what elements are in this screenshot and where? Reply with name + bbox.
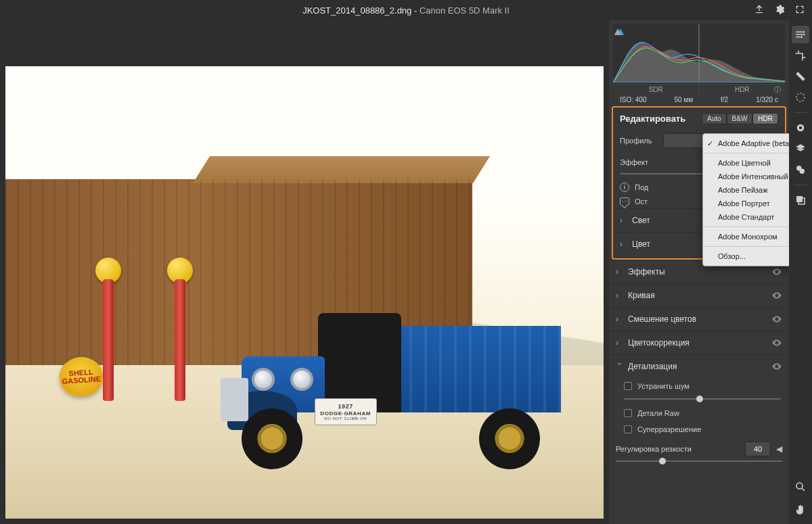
- raw-details-checkbox[interactable]: Детали Raw: [609, 405, 789, 421]
- accordion-colormix[interactable]: ›Смешение цветов: [609, 307, 789, 331]
- eye-icon[interactable]: [771, 290, 782, 301]
- sharpen-slider[interactable]: [616, 460, 782, 462]
- profile-label: Профиль: [620, 137, 658, 145]
- histogram-info-icon[interactable]: ⓘ: [774, 85, 781, 95]
- layers-icon[interactable]: [792, 140, 809, 158]
- hdr-zone[interactable]: HDR ⓘ: [699, 85, 786, 95]
- svg-point-5: [803, 31, 805, 33]
- hdr-button[interactable]: HDR: [752, 113, 778, 124]
- svg-rect-12: [796, 196, 803, 202]
- fullscreen-icon[interactable]: [794, 4, 805, 17]
- eye-icon[interactable]: [771, 361, 782, 372]
- profile-dropdown-menu: Adobe Adaptive (beta) Adobe Цветной Adob…: [702, 133, 789, 266]
- auto-button[interactable]: Auto: [702, 113, 727, 124]
- accordion-curve[interactable]: ›Кривая: [609, 283, 789, 307]
- truck: 1927 DODGE·GRAHAM DO NOT CLIMB ON: [221, 256, 568, 473]
- profile-option[interactable]: Adobe Стандарт: [703, 210, 789, 224]
- superres-checkbox[interactable]: Суперразрешение: [609, 421, 789, 437]
- image-canvas[interactable]: SHELL GASOLINE 1927 DODGE·GRAHAM DO NOT …: [0, 20, 609, 524]
- gas-pump: [167, 258, 193, 401]
- presets-icon[interactable]: [792, 161, 809, 178]
- svg-point-7: [796, 93, 805, 101]
- gas-pump: [95, 258, 121, 401]
- profile-option[interactable]: Adobe Интенсивный: [703, 170, 789, 183]
- tip-label: Под: [635, 183, 648, 191]
- highlight-clip-icon[interactable]: [613, 27, 623, 37]
- accordion-detail[interactable]: ›Детализация: [609, 354, 789, 378]
- eye-icon[interactable]: [771, 266, 782, 277]
- exif-readout: ISO: 40050 ммf/21/320 с: [613, 95, 785, 105]
- accordion-colorgrade[interactable]: ›Цветокоррекция: [609, 331, 789, 354]
- photo-preview: SHELL GASOLINE 1927 DODGE·GRAHAM DO NOT …: [5, 66, 604, 519]
- eye-icon[interactable]: [771, 314, 782, 325]
- svg-point-6: [800, 36, 803, 38]
- histogram[interactable]: [613, 24, 785, 84]
- mask-icon[interactable]: [792, 89, 809, 106]
- crop-icon[interactable]: [792, 47, 809, 64]
- edit-panel: SDR HDR ⓘ ISO: 40050 ммf/21/320 с Редакт…: [609, 20, 789, 524]
- effect-label: Эффект: [620, 158, 658, 166]
- profile-option[interactable]: Adobe Монохром: [703, 230, 789, 243]
- profile-option[interactable]: Adobe Adaptive (beta): [703, 137, 789, 150]
- healing-icon[interactable]: [792, 68, 809, 85]
- tip-icon[interactable]: i: [620, 183, 629, 192]
- profile-option[interactable]: Adobe Цветной: [703, 156, 789, 170]
- sdr-zone[interactable]: SDR: [613, 85, 699, 95]
- denoise-checkbox[interactable]: Устранить шум: [609, 378, 789, 394]
- profile-option[interactable]: Adobe Портрет: [703, 197, 789, 210]
- sharpen-value[interactable]: 40: [745, 442, 771, 456]
- filename: JKOST_2014_08886_2.dng: [302, 5, 411, 16]
- svg-point-11: [800, 169, 805, 174]
- profile-option-browse[interactable]: Обзор...: [703, 249, 789, 263]
- export-icon[interactable]: [754, 4, 765, 17]
- svg-point-9: [799, 126, 803, 130]
- hand-icon[interactable]: [792, 501, 809, 519]
- disclosure-icon[interactable]: ◀: [776, 444, 782, 454]
- versions-icon[interactable]: [792, 191, 809, 209]
- bw-button[interactable]: B&W: [727, 113, 753, 124]
- redeye-icon[interactable]: [792, 119, 809, 137]
- gear-icon[interactable]: [774, 4, 785, 17]
- svg-point-14: [796, 483, 803, 489]
- document-title: JKOST_2014_08886_2.dng - Canon EOS 5D Ma…: [0, 5, 812, 16]
- sharpen-label: Регулировка резкости: [616, 445, 740, 453]
- feedback-icon[interactable]: ⋯: [620, 197, 629, 206]
- edit-title: Редактировать: [620, 114, 685, 124]
- eye-icon[interactable]: [771, 337, 782, 348]
- license-plate: 1927 DODGE·GRAHAM DO NOT CLIMB ON: [315, 398, 377, 425]
- feedback-label: Ост: [635, 197, 648, 206]
- edit-sliders-icon[interactable]: [792, 26, 809, 43]
- profile-option[interactable]: Adobe Пейзаж: [703, 183, 789, 197]
- camera-model: Canon EOS 5D Mark II: [420, 5, 510, 16]
- zoom-icon[interactable]: [792, 478, 809, 496]
- tool-strip: [789, 20, 812, 524]
